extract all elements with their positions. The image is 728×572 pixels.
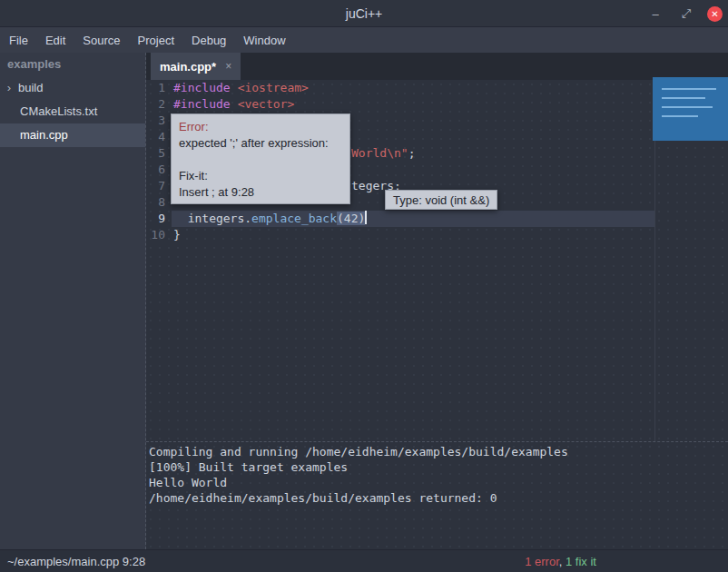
minimize-button[interactable]: –	[645, 4, 665, 24]
window-title: juCi++	[0, 0, 728, 27]
tree-item-build[interactable]: › build	[0, 76, 145, 100]
line-number: 6	[146, 162, 172, 178]
line-number: 1	[146, 80, 172, 96]
overview-line	[662, 106, 713, 108]
menu-item-debug[interactable]: Debug	[192, 34, 226, 47]
code-line[interactable]: #include<vector>	[172, 96, 728, 113]
menu-item-project[interactable]: Project	[138, 34, 174, 47]
code-token: ;	[408, 146, 416, 160]
code-token: integers.	[173, 212, 251, 225]
type-tooltip: Type: void (int &&)	[385, 190, 497, 210]
file-location: ~/examples/main.cpp 9:28	[7, 550, 145, 572]
restore-button[interactable]: ⤢	[676, 4, 696, 24]
terminal-line: /home/eidheim/examples/build/examples re…	[149, 490, 728, 506]
code-line-current[interactable]: integers.emplace_back(42)	[172, 211, 654, 227]
terminal-output[interactable]: Compiling and running /home/eidheim/exam…	[146, 441, 728, 549]
code-token: }	[173, 228, 181, 242]
terminal-line: [100%] Built target examples	[149, 459, 728, 475]
tree-item-label: CMakeLists.txt	[0, 100, 97, 123]
fixit-title: Fix-it:	[179, 168, 342, 184]
close-icon: ✕	[711, 9, 718, 19]
line-number: 5	[146, 145, 172, 162]
terminal-line: Hello World	[149, 475, 728, 490]
overview-line	[662, 88, 716, 90]
code-line[interactable]: #include<iostream>	[172, 80, 728, 96]
restore-icon: ⤢	[682, 6, 691, 21]
sidebar-resize-handle[interactable]	[145, 53, 146, 549]
line-number: 10	[146, 227, 172, 243]
chevron-right-icon[interactable]: ›	[0, 76, 18, 100]
diagnostics-summary: 1 error, 1 fix it	[525, 550, 596, 572]
menu-item-file[interactable]: File	[9, 34, 28, 47]
terminal-line: Compiling and running /home/eidheim/exam…	[149, 444, 728, 459]
line-number: 4	[146, 129, 172, 145]
line-number: 3	[146, 113, 172, 129]
text-cursor	[365, 211, 367, 224]
menubar: File Edit Source Project Debug Window	[0, 27, 728, 53]
tab-close-icon[interactable]: ×	[225, 60, 231, 73]
code-token: #include	[173, 97, 231, 111]
line-number: 7	[146, 178, 172, 194]
app-window: juCi++ – ⤢ ✕ File Edit Source Project De…	[0, 0, 728, 572]
tree-item-maincpp[interactable]: main.cpp	[0, 123, 145, 147]
code-token: World\n";	[351, 145, 415, 162]
menu-item-source[interactable]: Source	[83, 34, 120, 47]
minimize-icon: –	[652, 7, 658, 21]
code-token: emplace_back	[251, 212, 337, 225]
code-token: <vector>	[238, 97, 295, 111]
error-tooltip-spacer	[179, 152, 342, 168]
tab-bar: main.cpp* ×	[146, 53, 728, 80]
type-tooltip-text: Type: void (int &&)	[393, 193, 489, 207]
error-tooltip-message: expected ';' after expression:	[179, 135, 342, 152]
directory-panel: examples › build CMakeLists.txt main.cpp	[0, 53, 145, 549]
titlebar: juCi++ – ⤢ ✕	[0, 0, 728, 27]
fixit-count[interactable]: 1 fix it	[566, 555, 596, 568]
tree-item-cmakelists[interactable]: CMakeLists.txt	[0, 100, 145, 123]
window-controls: – ⤢ ✕	[645, 0, 723, 27]
statusbar: ~/examples/main.cpp 9:28 1 error, 1 fix …	[0, 549, 728, 572]
close-button[interactable]: ✕	[707, 6, 723, 22]
diagnostics-separator: ,	[559, 555, 566, 568]
code-token: #include	[173, 81, 231, 94]
line-number-gutter: 1 2 3 4 5 6 7 8 9 10	[146, 80, 172, 441]
menu-item-edit[interactable]: Edit	[45, 34, 65, 47]
overview-line	[662, 115, 698, 117]
line-number: 9	[146, 211, 172, 227]
error-count[interactable]: 1 error	[525, 555, 559, 568]
fixit-text: Insert ; at 9:28	[179, 184, 342, 201]
directory-header: examples	[0, 53, 145, 76]
line-number: 2	[146, 96, 172, 113]
tab-label: main.cpp*	[160, 60, 216, 74]
tree-item-label: main.cpp	[0, 123, 68, 147]
code-token: World\n"	[351, 146, 408, 160]
tree-item-label: build	[18, 76, 43, 100]
error-tooltip: Error: expected ';' after expression: Fi…	[171, 113, 350, 204]
code-token: <iostream>	[238, 81, 309, 94]
bracket-match-highlight: (42)	[337, 212, 365, 225]
line-number: 8	[146, 194, 172, 211]
overview-line	[662, 97, 705, 99]
code-line[interactable]: }	[172, 227, 728, 243]
error-tooltip-title: Error:	[179, 119, 342, 135]
tab-maincpp[interactable]: main.cpp* ×	[151, 53, 241, 80]
menu-item-window[interactable]: Window	[243, 34, 285, 47]
document-overview[interactable]	[653, 77, 728, 141]
